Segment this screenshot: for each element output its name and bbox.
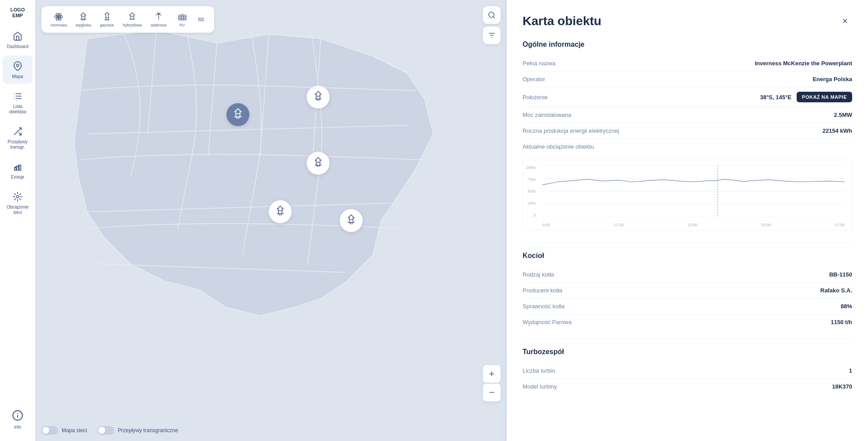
info-label-producent-kotla: Producent kotła [523,287,562,294]
info-label-moc: Moc zainstalowana [523,112,571,118]
atom-filter-icon [53,11,64,22]
sidebar-item-lista[interactable]: Lista obiektów [3,86,33,119]
home-icon [11,30,24,42]
polozenie-value-group: 38°S, 145°E POKAŻ NA MAPIE [760,92,852,102]
zoom-in-button[interactable]: + [483,365,501,383]
info-row-pelna-nazwa: Pełna nazwa Inverness McKenzie the Power… [523,56,852,71]
plant-marker-icon-4 [274,205,286,218]
info-row-produkcja: Roczna produkcja energii elektrycznej 22… [523,123,852,139]
filter-more[interactable]: itd. [195,15,209,24]
list-icon [11,90,24,102]
sidebar-logo: LOGO EMP [7,7,28,19]
map-area[interactable]: Atomowa węglowa g [35,0,507,441]
map-marker-5[interactable] [340,209,363,232]
gas-filter-icon [102,11,112,22]
svg-point-0 [16,64,19,67]
right-panel: Karta obiektu × Ogólne informacje Pełna … [507,0,868,441]
map-marker-1[interactable] [226,103,249,126]
filter-pv[interactable]: PV [172,10,193,29]
filter-atomowa[interactable]: Atomowa [47,10,70,29]
info-value-sprawnosc-kotla: 88% [841,303,852,310]
toggle-przeplywy[interactable]: Przepływy transgraniczne [97,426,178,435]
plant-marker-icon-5 [345,214,357,227]
solar-filter-icon [177,11,188,22]
info-row-liczba-turbin: Liczba turbin 1 [523,363,852,379]
info-label-model-turbiny: Model turbiny [523,383,557,390]
filter-weglowa[interactable]: węglowa [72,10,95,29]
sidebar-info[interactable]: info [9,405,26,434]
sidebar-item-przeplywy[interactable]: Przepływy transgr. [3,121,33,154]
svg-line-8 [19,133,22,135]
kociol-rows: Rodzaj kotła BB-1150 Producent kotła Raf… [523,267,852,330]
wind-filter-icon [153,11,164,22]
filter-wiatrowa[interactable]: wiatrowa [147,10,170,29]
map-marker-3[interactable] [307,152,330,175]
info-label-rodzaj-kotla: Rodzaj kotła [523,271,554,278]
info-label-operator: Operator [523,76,545,82]
map-pin-icon [11,60,24,72]
plant-marker-icon-2 [312,90,324,104]
info-row-operator: Operator Energa Polska [523,71,852,87]
svg-point-32 [158,13,159,15]
search-button[interactable] [483,6,501,24]
close-button[interactable]: × [838,14,852,28]
info-row-producent-kotla: Producent kotła Rafako S.A. [523,283,852,299]
zoom-out-button[interactable]: − [483,384,501,401]
filter-gazowa[interactable]: gazowa [96,10,118,29]
chart-x-labels: 9:00 11:00 13:00 15:00 17:00 [542,223,845,227]
svg-rect-29 [106,18,108,20]
zoom-controls: + − [483,365,501,401]
map-marker-4[interactable] [269,200,292,223]
y-label-25: 25% [528,201,536,206]
info-value-pelna-nazwa: Inverness McKenzie the Powerplant [755,60,852,67]
y-label-0: 0 [534,213,536,217]
svg-rect-11 [19,165,21,171]
pokaz-na-mapie-button[interactable]: POKAŻ NA MAPIE [797,92,852,102]
toggle-switch-mapa-sieci[interactable] [41,426,58,435]
filter-bar: Atomowa węglowa g [41,6,214,33]
toggle-switch-przeplywy[interactable] [97,426,114,435]
svg-point-12 [16,196,19,198]
turbozespol-rows: Liczba turbin 1 Model turbiny 18K370 [523,363,852,394]
info-label-wydajnosc-parowa: Wydajność Parowa [523,319,571,325]
svg-point-27 [58,16,59,18]
info-value-liczba-turbin: 1 [849,367,852,374]
y-label-75: 75% [528,177,536,182]
sidebar-item-emisje[interactable]: Emisje [3,156,33,184]
y-label-100: 100% [526,165,536,170]
filter-hybrydowa[interactable]: hybrydowa [119,10,146,29]
filter-hybrydowa-label: hybrydowa [123,23,142,27]
info-row-moc: Moc zainstalowana 2.5MW [523,107,852,123]
toggle-mapa-sieci[interactable]: Mapa sieci [41,426,87,435]
section-title-kociol: Kocioł [523,252,852,260]
toggle-label-mapa-sieci: Mapa sieci [62,427,87,434]
info-row-sprawnosc-kotla: Sprawność kotła 88% [523,299,852,314]
filter-weglowa-label: węglowa [76,23,91,27]
map-marker-2[interactable] [307,86,330,108]
hybrid-filter-icon [127,11,137,22]
chart-y-labels: 100% 75% 50% 25% 0 [526,165,536,217]
sidebar-item-label-emisje: Emisje [11,175,24,180]
filter-atomowa-label: Atomowa [50,23,67,27]
general-info-rows: Pełna nazwa Inverness McKenzie the Power… [523,56,852,154]
svg-rect-9 [15,168,16,170]
x-label-900: 9:00 [542,223,550,227]
panel-title: Karta obiektu [523,14,601,28]
filter-button[interactable] [483,26,501,44]
chart-svg [542,165,845,217]
toggle-label-przeplywy: Przepływy transgraniczne [118,427,178,434]
bottom-toggles: Mapa sieci Przepływy transgraniczne [41,426,178,435]
sidebar-info-label: info [14,425,21,430]
x-label-1500: 15:00 [761,223,771,227]
info-value-produkcja: 22154 kWh [823,127,852,134]
sidebar-item-obciazenie[interactable]: Obciążenie sieci [3,186,33,220]
info-row-model-turbiny: Model turbiny 18K370 [523,379,852,394]
info-value-polozenie: 38°S, 145°E [760,94,791,101]
sidebar-item-dashboard[interactable]: Dashboard [3,26,33,54]
filter-gazowa-label: gazowa [100,23,114,27]
sidebar-item-mapa[interactable]: Mapa [3,56,33,84]
x-label-1300: 13:00 [687,223,697,227]
plant-marker-icon-3 [312,157,324,170]
svg-rect-10 [17,166,19,170]
svg-line-40 [493,16,494,18]
